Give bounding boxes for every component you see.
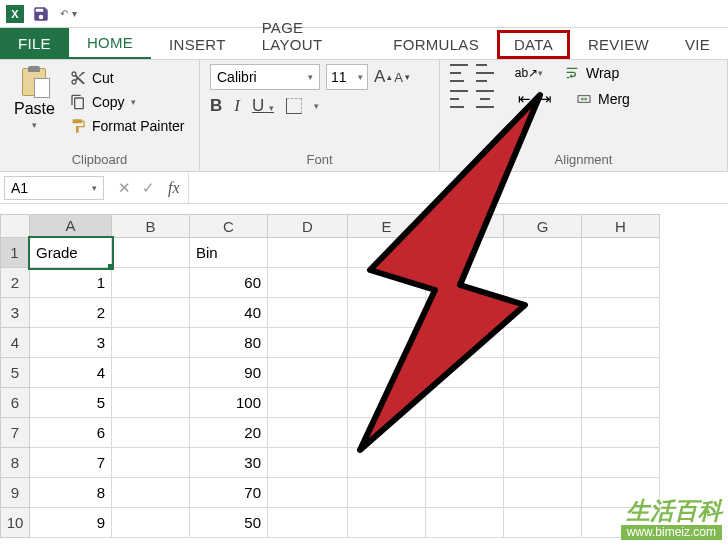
copy-dropdown-icon[interactable]: ▾ [131, 97, 136, 107]
cell[interactable]: 7 [30, 448, 112, 478]
cell[interactable]: 6 [30, 418, 112, 448]
cell[interactable] [112, 388, 190, 418]
column-header[interactable]: C [190, 214, 268, 238]
cell[interactable]: 90 [190, 358, 268, 388]
cell[interactable] [348, 358, 426, 388]
cell[interactable] [582, 448, 660, 478]
column-header[interactable]: H [582, 214, 660, 238]
column-header[interactable]: B [112, 214, 190, 238]
cell[interactable] [426, 298, 504, 328]
tab-insert[interactable]: INSERT [151, 30, 244, 59]
cell[interactable] [112, 238, 190, 268]
cell[interactable] [426, 268, 504, 298]
cell[interactable] [582, 298, 660, 328]
customize-qat-icon[interactable]: ▾ [72, 8, 77, 19]
cell[interactable]: 5 [30, 388, 112, 418]
cell[interactable] [268, 508, 348, 538]
tab-view[interactable]: VIE [667, 30, 728, 59]
cell[interactable] [504, 358, 582, 388]
row-header[interactable]: 2 [0, 268, 30, 298]
cell[interactable] [268, 298, 348, 328]
cell[interactable] [426, 448, 504, 478]
tab-data[interactable]: DATA [497, 30, 570, 59]
align-middle-button[interactable] [476, 64, 494, 82]
cell[interactable] [268, 238, 348, 268]
font-name-selector[interactable]: Calibri▾ [210, 64, 320, 90]
tab-home[interactable]: HOME [69, 28, 151, 59]
cell[interactable] [112, 268, 190, 298]
cell[interactable] [268, 268, 348, 298]
cell[interactable] [112, 418, 190, 448]
cell[interactable] [582, 418, 660, 448]
copy-button[interactable]: Copy ▾ [67, 92, 188, 112]
cell[interactable] [348, 418, 426, 448]
cell[interactable] [348, 388, 426, 418]
cell[interactable] [268, 388, 348, 418]
name-box[interactable]: A1▾ [4, 176, 104, 200]
cell[interactable] [426, 388, 504, 418]
cell[interactable] [112, 298, 190, 328]
undo-icon[interactable]: ↶ [60, 8, 68, 19]
cell[interactable] [504, 418, 582, 448]
cell[interactable]: 2 [30, 298, 112, 328]
cell[interactable] [348, 298, 426, 328]
font-size-selector[interactable]: 11▾ [326, 64, 368, 90]
cell[interactable] [268, 448, 348, 478]
cell[interactable] [504, 238, 582, 268]
column-header[interactable]: F [426, 214, 504, 238]
italic-button[interactable]: I [234, 96, 240, 116]
cell[interactable]: 50 [190, 508, 268, 538]
shrink-font-button[interactable]: A [394, 70, 403, 85]
cell[interactable] [348, 238, 426, 268]
cell[interactable] [582, 268, 660, 298]
cell[interactable]: 1 [30, 268, 112, 298]
format-painter-button[interactable]: Format Painter [67, 116, 188, 136]
select-all-button[interactable] [0, 214, 30, 238]
cell[interactable]: Grade [30, 238, 112, 268]
wrap-text-button[interactable]: Wrap [564, 65, 619, 81]
cell[interactable] [426, 508, 504, 538]
cell[interactable] [504, 388, 582, 418]
cell[interactable] [268, 478, 348, 508]
cell[interactable] [348, 268, 426, 298]
insert-function-button[interactable]: fx [160, 179, 188, 197]
cell[interactable] [426, 418, 504, 448]
bold-button[interactable]: B [210, 96, 222, 116]
cell[interactable] [348, 478, 426, 508]
cell[interactable]: 9 [30, 508, 112, 538]
cell[interactable] [348, 328, 426, 358]
cell[interactable]: 70 [190, 478, 268, 508]
cell[interactable] [582, 388, 660, 418]
cell[interactable] [504, 478, 582, 508]
cell[interactable] [112, 508, 190, 538]
formula-input[interactable] [188, 172, 728, 203]
align-left-button[interactable] [450, 90, 468, 108]
column-header[interactable]: D [268, 214, 348, 238]
tab-formulas[interactable]: FORMULAS [375, 30, 497, 59]
row-header[interactable]: 4 [0, 328, 30, 358]
merge-center-button[interactable]: Merg [576, 91, 630, 107]
row-header[interactable]: 7 [0, 418, 30, 448]
cell[interactable]: Bin [190, 238, 268, 268]
tab-review[interactable]: REVIEW [570, 30, 667, 59]
cell[interactable] [504, 328, 582, 358]
cell[interactable] [582, 328, 660, 358]
paste-button[interactable]: Paste ▾ [10, 64, 59, 132]
row-header[interactable]: 1 [0, 238, 30, 268]
row-header[interactable]: 8 [0, 448, 30, 478]
cell[interactable] [504, 508, 582, 538]
cell[interactable] [348, 508, 426, 538]
cancel-formula-button[interactable]: ✕ [112, 179, 136, 197]
row-header[interactable]: 5 [0, 358, 30, 388]
cell[interactable] [268, 328, 348, 358]
column-header[interactable]: A [30, 214, 112, 238]
paste-dropdown-icon[interactable]: ▾ [32, 120, 37, 130]
cell[interactable]: 80 [190, 328, 268, 358]
cell[interactable] [504, 298, 582, 328]
cell[interactable]: 100 [190, 388, 268, 418]
cell[interactable] [426, 478, 504, 508]
cell[interactable] [426, 238, 504, 268]
cell[interactable] [112, 328, 190, 358]
cell[interactable] [112, 358, 190, 388]
row-header[interactable]: 9 [0, 478, 30, 508]
